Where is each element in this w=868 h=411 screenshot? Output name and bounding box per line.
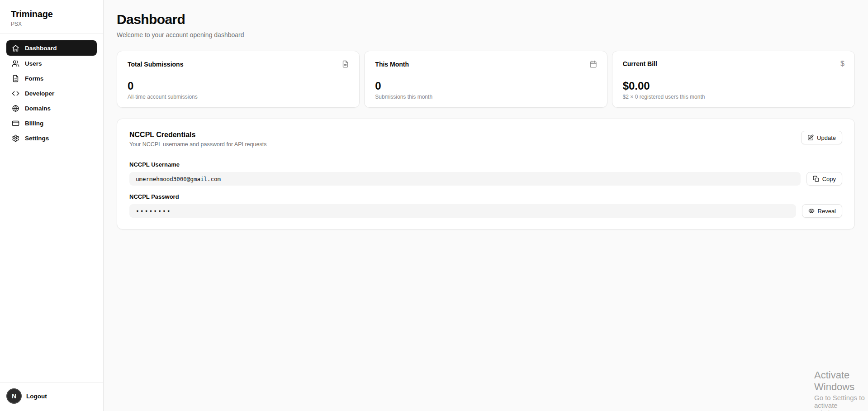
sidebar-footer: N Logout bbox=[0, 382, 103, 411]
update-button-label: Update bbox=[817, 134, 836, 141]
stat-card-description: $2 × 0 registered users this month bbox=[623, 94, 844, 100]
stat-card-this-month: This Month 0 Submissions this month bbox=[364, 51, 607, 108]
sidebar-item-label: Developer bbox=[25, 90, 54, 97]
reveal-button[interactable]: Reveal bbox=[802, 204, 842, 218]
sidebar-item-settings[interactable]: Settings bbox=[6, 131, 97, 145]
sidebar-item-forms[interactable]: Forms bbox=[6, 72, 97, 86]
globe-icon bbox=[12, 105, 19, 112]
credentials-title: NCCPL Credentials bbox=[129, 131, 266, 139]
sidebar-item-label: Domains bbox=[25, 105, 51, 112]
brand: Triminage PSX bbox=[0, 0, 103, 34]
code-icon bbox=[12, 90, 19, 97]
stat-card-title: Current Bill bbox=[623, 60, 657, 67]
username-label: NCCPL Username bbox=[129, 161, 842, 168]
copy-button-label: Copy bbox=[822, 176, 836, 182]
sidebar-item-billing[interactable]: Billing bbox=[6, 116, 97, 130]
stat-cards-row: Total Submissions 0 All-time account sub… bbox=[117, 51, 855, 108]
stat-card-total-submissions: Total Submissions 0 All-time account sub… bbox=[117, 51, 360, 108]
watermark-subtitle: Go to Settings to activate Windows. bbox=[814, 394, 868, 411]
update-button[interactable]: Update bbox=[801, 131, 842, 144]
home-icon bbox=[12, 44, 19, 52]
stat-card-description: All-time account submissions bbox=[128, 94, 349, 100]
avatar: N bbox=[6, 388, 22, 404]
stat-card-value: 0 bbox=[128, 80, 349, 92]
logout-button[interactable]: N Logout bbox=[6, 388, 97, 404]
main-content: Dashboard Welcome to your account openin… bbox=[104, 0, 868, 411]
reveal-button-label: Reveal bbox=[818, 208, 836, 215]
stat-card-value: $0.00 bbox=[623, 80, 844, 92]
gear-icon bbox=[12, 134, 19, 142]
sidebar: Triminage PSX Dashboard Users Forms Deve… bbox=[0, 0, 104, 411]
sidebar-item-label: Forms bbox=[25, 75, 43, 82]
users-icon bbox=[12, 60, 19, 67]
sidebar-item-domains[interactable]: Domains bbox=[6, 101, 97, 115]
sidebar-item-dashboard[interactable]: Dashboard bbox=[6, 40, 97, 56]
sidebar-item-developer[interactable]: Developer bbox=[6, 86, 97, 100]
watermark-title: Activate Windows bbox=[814, 369, 868, 393]
stat-card-value: 0 bbox=[375, 80, 597, 92]
brand-subtitle: PSX bbox=[11, 21, 92, 27]
calendar-icon bbox=[589, 60, 597, 68]
logout-label: Logout bbox=[26, 393, 47, 400]
sidebar-item-label: Users bbox=[25, 60, 42, 67]
activate-windows-watermark: Activate Windows Go to Settings to activ… bbox=[814, 369, 868, 411]
edit-icon bbox=[807, 134, 814, 141]
file-icon bbox=[12, 75, 19, 82]
page-title: Dashboard bbox=[117, 12, 855, 27]
password-input[interactable] bbox=[129, 204, 796, 218]
sidebar-nav: Dashboard Users Forms Developer Domains … bbox=[0, 34, 103, 145]
stat-card-title: This Month bbox=[375, 61, 409, 68]
page-subtitle: Welcome to your account opening dashboar… bbox=[117, 31, 855, 38]
credentials-subtitle: Your NCCPL username and password for API… bbox=[129, 141, 266, 148]
eye-icon bbox=[808, 208, 815, 214]
username-input[interactable] bbox=[129, 172, 801, 186]
credit-card-icon bbox=[12, 119, 19, 127]
stat-card-title: Total Submissions bbox=[128, 61, 183, 68]
sidebar-item-users[interactable]: Users bbox=[6, 57, 97, 71]
sidebar-item-label: Dashboard bbox=[25, 45, 57, 52]
copy-icon bbox=[813, 176, 819, 182]
sidebar-item-label: Settings bbox=[25, 135, 49, 142]
brand-title: Triminage bbox=[11, 9, 92, 19]
document-icon bbox=[342, 60, 349, 68]
copy-button[interactable]: Copy bbox=[806, 172, 842, 186]
password-label: NCCPL Password bbox=[129, 193, 842, 200]
dollar-icon: $ bbox=[840, 60, 844, 67]
stat-card-description: Submissions this month bbox=[375, 94, 597, 100]
sidebar-item-label: Billing bbox=[25, 120, 43, 127]
stat-card-current-bill: Current Bill $ $0.00 $2 × 0 registered u… bbox=[612, 51, 855, 108]
nccpl-credentials-card: NCCPL Credentials Your NCCPL username an… bbox=[117, 119, 855, 229]
